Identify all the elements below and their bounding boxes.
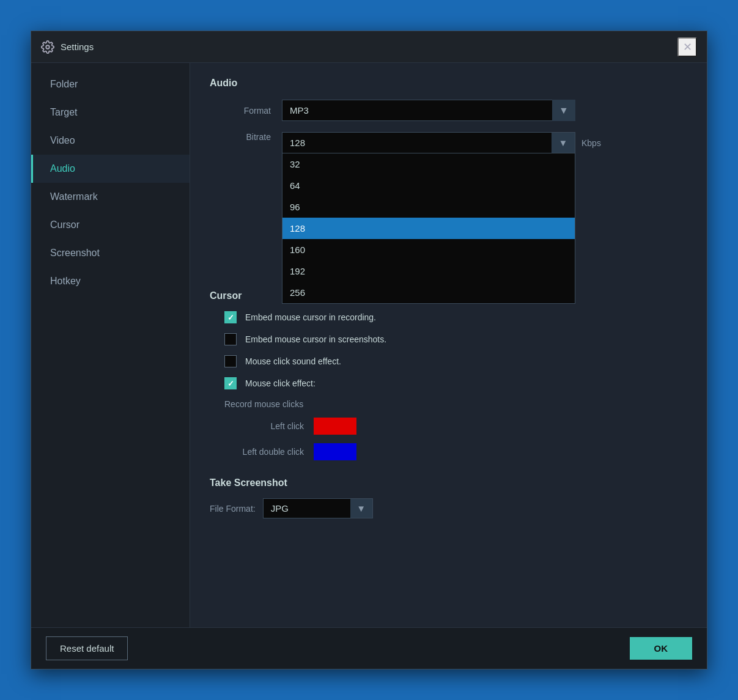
format-select[interactable]: MP3 (282, 100, 575, 121)
settings-window: Settings ✕ Folder Target Video Audio Wat… (31, 31, 707, 669)
mouse-click-effect-label: Mouse click effect: (245, 378, 315, 388)
mouse-click-sound-checkbox[interactable] (224, 355, 237, 367)
audio-section-title: Audio (210, 78, 687, 89)
svg-point-0 (46, 45, 50, 49)
window-title: Settings (61, 42, 677, 52)
sidebar-item-hotkey[interactable]: Hotkey (31, 267, 190, 295)
bitrate-option-128[interactable]: 128 (282, 218, 575, 239)
main-content: Folder Target Video Audio Watermark Curs… (31, 63, 707, 627)
bitrate-option-192[interactable]: 192 (282, 260, 575, 282)
screenshot-title: Take Screenshot (210, 477, 687, 488)
file-format-select-wrapper: JPG ▼ (263, 498, 373, 518)
format-select-wrapper: MP3 ▼ (282, 100, 575, 121)
record-label: Record mouse clicks (224, 399, 687, 409)
sidebar-item-folder[interactable]: Folder (31, 70, 190, 98)
file-format-dropdown-arrow: ▼ (350, 499, 372, 518)
left-double-click-row: Left double click (224, 443, 687, 460)
bitrate-option-64[interactable]: 64 (282, 175, 575, 196)
bitrate-option-160[interactable]: 160 (282, 239, 575, 260)
reset-default-button[interactable]: Reset default (46, 636, 128, 660)
file-format-label: File Format: (210, 504, 256, 514)
bitrate-option-32[interactable]: 32 (282, 153, 575, 175)
sidebar-item-screenshot[interactable]: Screenshot (31, 239, 190, 267)
sidebar-item-audio[interactable]: Audio (31, 155, 190, 183)
file-format-select[interactable]: JPG ▼ (263, 498, 373, 518)
kbps-label: Kbps (581, 138, 601, 148)
left-double-click-color-swatch[interactable] (314, 443, 356, 460)
titlebar: Settings ✕ (31, 31, 707, 63)
close-button[interactable]: ✕ (677, 37, 697, 57)
bitrate-option-256[interactable]: 256 (282, 282, 575, 303)
left-click-color-swatch[interactable] (314, 418, 356, 435)
checkmark-icon-2: ✓ (227, 379, 234, 388)
format-label: Format (210, 106, 271, 116)
mouse-click-sound-label: Mouse click sound effect. (245, 356, 341, 366)
ok-button[interactable]: OK (630, 637, 693, 660)
bitrate-label: Bitrate (210, 132, 271, 142)
mouse-click-effect-row: ✓ Mouse click effect: (210, 377, 687, 389)
content-area: Audio Format MP3 ▼ Bitrate 128 ▼ (190, 63, 707, 627)
bitrate-dropdown-arrow: ▼ (552, 133, 575, 153)
bitrate-input[interactable]: 128 ▼ (282, 132, 575, 153)
record-section: Record mouse clicks Left click Left doub… (210, 399, 687, 460)
embed-cursor-screenshots-row: Embed mouse cursor in screenshots. (210, 333, 687, 345)
left-click-label: Left click (224, 421, 304, 431)
bitrate-option-96[interactable]: 96 (282, 196, 575, 218)
file-format-value: JPG (271, 503, 289, 514)
embed-cursor-screenshots-checkbox[interactable] (224, 333, 237, 345)
bitrate-select-wrapper: 128 ▼ 32 64 96 128 160 192 256 (282, 132, 575, 153)
left-double-click-label: Left double click (224, 447, 304, 457)
sidebar-item-watermark[interactable]: Watermark (31, 183, 190, 211)
bitrate-dropdown: 32 64 96 128 160 192 256 (282, 153, 575, 304)
sidebar-item-video[interactable]: Video (31, 127, 190, 155)
sidebar: Folder Target Video Audio Watermark Curs… (31, 63, 190, 627)
footer: Reset default OK (31, 627, 707, 669)
sidebar-item-target[interactable]: Target (31, 98, 190, 127)
embed-cursor-recording-label: Embed mouse cursor in recording. (245, 312, 376, 322)
checkmark-icon: ✓ (227, 313, 234, 322)
bitrate-row: Bitrate 128 ▼ 32 64 96 128 160 192 256 (210, 132, 687, 153)
mouse-click-sound-row: Mouse click sound effect. (210, 355, 687, 367)
embed-cursor-recording-row: ✓ Embed mouse cursor in recording. (210, 311, 687, 323)
left-click-row: Left click (224, 418, 687, 435)
embed-cursor-screenshots-label: Embed mouse cursor in screenshots. (245, 334, 386, 344)
embed-cursor-recording-checkbox[interactable]: ✓ (224, 311, 237, 323)
file-format-row: File Format: JPG ▼ (210, 498, 687, 518)
settings-icon (41, 40, 54, 54)
sidebar-item-cursor[interactable]: Cursor (31, 211, 190, 239)
screenshot-section: Take Screenshot File Format: JPG ▼ (210, 477, 687, 518)
format-row: Format MP3 ▼ (210, 100, 687, 121)
mouse-click-effect-checkbox[interactable]: ✓ (224, 377, 237, 389)
